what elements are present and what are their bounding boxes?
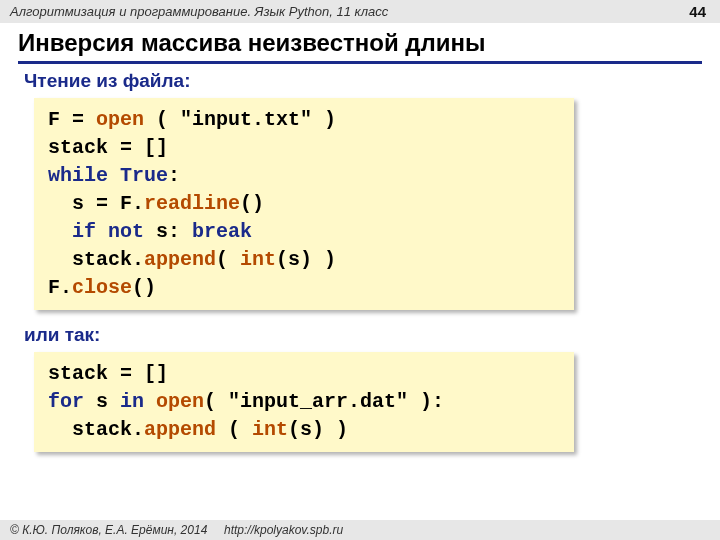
section-label-read-file: Чтение из файла: [24,70,720,92]
code-block-1: F = open ( "input.txt" ) stack = [] whil… [34,98,574,310]
code-block-2: stack = [] for s in open( "input_arr.dat… [34,352,574,452]
code-line: F.close() [48,274,560,302]
code-line: while True: [48,162,560,190]
code-line: stack = [] [48,360,560,388]
slide-title: Инверсия массива неизвестной длины [18,29,702,64]
page-number: 44 [689,3,706,20]
code-line: stack = [] [48,134,560,162]
slide-header: Алгоритмизация и программирование. Язык … [0,0,720,23]
code-line: stack.append ( int(s) ) [48,416,560,444]
code-line: s = F.readline() [48,190,560,218]
course-title: Алгоритмизация и программирование. Язык … [10,4,388,19]
slide-footer: © К.Ю. Поляков, Е.А. Ерёмин, 2014 http:/… [0,520,720,540]
code-line: if not s: break [48,218,560,246]
copyright-text: © К.Ю. Поляков, Е.А. Ерёмин, 2014 [10,523,207,537]
code-line: stack.append( int(s) ) [48,246,560,274]
code-line: for s in open( "input_arr.dat" ): [48,388,560,416]
code-line: F = open ( "input.txt" ) [48,106,560,134]
course-title-text: Алгоритмизация и программирование. Язык … [10,4,388,19]
section-label-alt: или так: [24,324,720,346]
footer-url: http://kpolyakov.spb.ru [224,523,343,537]
